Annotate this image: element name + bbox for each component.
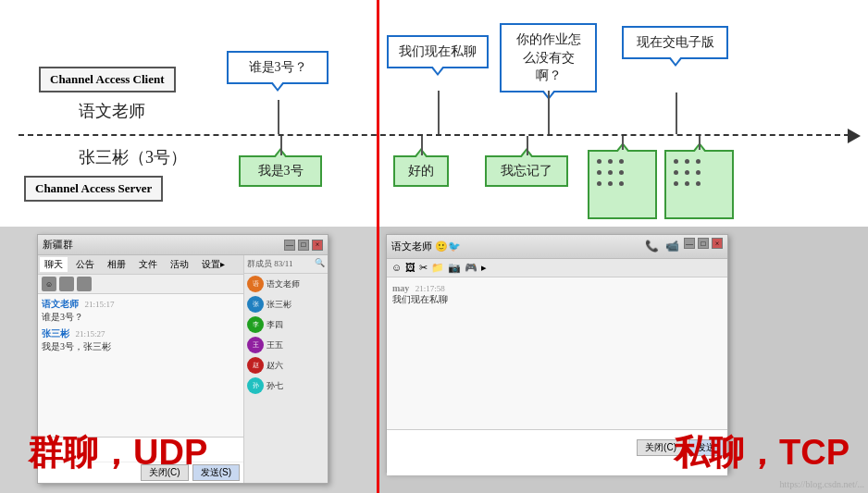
message-list: 语文老师 21:15:17 谁是3号？ 张三彬 21:15:27 我是3号，张三… <box>38 294 243 437</box>
member-name: 语文老师 <box>267 278 300 290</box>
bottom-section: 新疆群 — □ × 聊天 公告 相册 文件 活动 设置▸ <box>0 227 868 493</box>
img-icon[interactable]: 🖼 <box>405 262 415 274</box>
private-title: 语文老师 🙂🐦 <box>391 240 461 253</box>
avatar: 李 <box>247 316 264 333</box>
img-icon[interactable] <box>59 277 74 291</box>
photo-icon[interactable]: 📷 <box>448 262 461 274</box>
sender-name: may <box>392 283 409 293</box>
group-chat-label: 群聊，UDP <box>28 429 207 476</box>
sender-name: 张三彬 <box>42 328 69 339</box>
connector-1 <box>278 100 279 134</box>
member-name: 张三彬 <box>267 299 291 311</box>
member-name: 王五 <box>267 339 283 351</box>
private-titlebar: 语文老师 🙂🐦 📞 📹 — □ × <box>387 235 727 259</box>
connector-7 <box>527 136 528 155</box>
connector-3 <box>548 91 550 134</box>
tab-activity[interactable]: 活动 <box>166 257 193 272</box>
client-label: Channel Access Client <box>50 72 165 86</box>
game-icon[interactable]: 🎮 <box>465 262 477 274</box>
red-divider <box>377 0 379 493</box>
member-name: 李四 <box>267 319 283 331</box>
file-icon[interactable] <box>77 277 92 291</box>
connector-9 <box>699 136 701 150</box>
connector-4 <box>676 92 677 134</box>
screen-icon[interactable]: ✂ <box>419 262 428 274</box>
group-chat-panel: 新疆群 — □ × 聊天 公告 相册 文件 活动 设置▸ <box>0 227 377 493</box>
teacher-label: 语文老师 <box>79 100 145 122</box>
folder-icon[interactable]: 📁 <box>431 262 444 274</box>
diagram-area: Channel Access Client Channel Access Ser… <box>0 0 868 227</box>
message-content: 我是3号，张三彬 <box>42 340 240 353</box>
sender-name: 语文老师 <box>42 299 79 309</box>
maximize-btn[interactable]: □ <box>698 238 709 249</box>
close-btn[interactable]: × <box>712 238 723 249</box>
connector-2 <box>438 91 440 134</box>
window-controls: 📞 📹 — □ × <box>643 238 723 255</box>
bubble-private: 我们现在私聊 <box>387 35 489 68</box>
close-btn[interactable]: × <box>312 240 323 251</box>
server-label: Channel Access Server <box>35 181 152 195</box>
window-title: 新疆群 <box>43 238 73 252</box>
qq-titlebar: 新疆群 — □ × <box>38 235 328 255</box>
member-item: 赵 赵六 <box>244 355 328 376</box>
member-item: 张 张三彬 <box>244 294 328 314</box>
avatar: 语 <box>247 276 264 292</box>
bubble-dots-2 <box>664 150 734 219</box>
member-count: 群成员 83/11 🔍 <box>244 255 328 274</box>
server-box: Channel Access Server <box>24 176 163 202</box>
member-item: 李 李四 <box>244 314 328 335</box>
phone-icon[interactable]: 📞 <box>643 238 661 255</box>
member-sidebar: 群成员 83/11 🔍 语 语文老师 张 张三彬 李 李四 <box>244 255 328 483</box>
bubble-i-am-3: 我是3号 <box>239 155 322 187</box>
message-item: 语文老师 21:15:17 谁是3号？ <box>42 298 240 324</box>
window-controls: — □ × <box>284 240 323 251</box>
avatar: 张 <box>247 296 264 313</box>
avatar: 王 <box>247 337 264 353</box>
tab-photo[interactable]: 相册 <box>103 257 130 272</box>
private-toolbar[interactable]: ☺ 🖼 ✂ 📁 📷 🎮 ▸ <box>387 259 727 277</box>
watermark: https://blog.csdn.net/... <box>780 479 864 489</box>
private-message-list: may 21:17:58 我们现在私聊 <box>387 277 727 429</box>
connector-5 <box>280 136 282 155</box>
timeline-arrow <box>848 129 861 143</box>
private-chat-panel: 语文老师 🙂🐦 📞 📹 — □ × ☺ 🖼 ✂ 📁 📷 🎮 ▸ <box>377 227 868 493</box>
bubble-homework: 你的作业怎么没有交啊？ <box>500 23 597 92</box>
private-chat-label: 私聊，TCP <box>674 429 849 476</box>
bubble-dots-1 <box>588 150 657 219</box>
bubble-forgot: 我忘记了 <box>485 155 568 187</box>
member-item: 语 语文老师 <box>244 274 328 294</box>
tab-chat[interactable]: 聊天 <box>40 257 68 272</box>
connector-8 <box>622 136 624 150</box>
student-label: 张三彬（3号） <box>79 146 187 168</box>
chat-tabs[interactable]: 聊天 公告 相册 文件 活动 设置▸ <box>38 255 243 275</box>
message-item: 张三彬 21:15:27 我是3号，张三彬 <box>42 327 240 353</box>
message-content: 谁是3号？ <box>42 311 240 324</box>
bubble-ok: 好的 <box>393 155 449 187</box>
connector-6 <box>421 136 423 155</box>
bubble-who-is-3: 谁是3号？ <box>227 51 329 84</box>
tab-settings[interactable]: 设置▸ <box>197 257 229 272</box>
client-box: Channel Access Client <box>39 67 176 92</box>
message-time: 21:15:17 <box>85 300 115 309</box>
bubble-electronic: 现在交电子版 <box>622 26 728 59</box>
avatar: 孙 <box>247 377 264 394</box>
video-icon[interactable]: 📹 <box>663 238 681 255</box>
emoji-icon[interactable]: ☺ <box>42 277 56 291</box>
avatar: 赵 <box>247 357 264 374</box>
message-time: 21:15:27 <box>76 329 105 339</box>
timeline <box>19 134 849 136</box>
member-name: 孙七 <box>267 380 283 392</box>
message-time: 21:17:58 <box>415 284 445 293</box>
tab-notice[interactable]: 公告 <box>71 257 99 272</box>
emoji-icon[interactable]: ☺ <box>391 262 402 274</box>
search-icon[interactable]: 🔍 <box>315 258 325 267</box>
member-item: 王 王五 <box>244 335 328 355</box>
minimize-btn[interactable]: — <box>684 238 695 249</box>
tab-file[interactable]: 文件 <box>134 257 162 272</box>
minimize-btn[interactable]: — <box>284 240 295 251</box>
more-icon[interactable]: ▸ <box>481 262 487 274</box>
member-item: 孙 孙七 <box>244 376 328 396</box>
message-content: 我们现在私聊 <box>392 293 722 306</box>
maximize-btn[interactable]: □ <box>298 240 309 251</box>
private-message: may 21:17:58 我们现在私聊 <box>392 283 722 306</box>
